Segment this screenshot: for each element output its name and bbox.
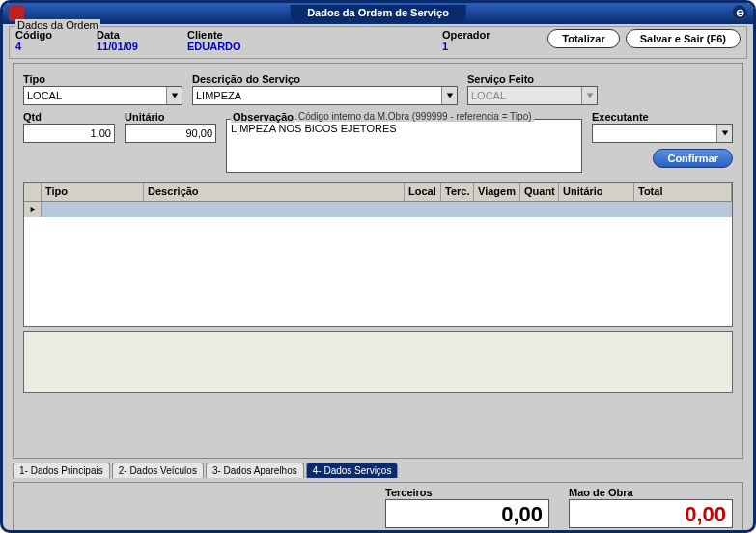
cliente-value: EDUARDO	[187, 41, 438, 52]
totalizar-button[interactable]: Totalizar	[547, 29, 619, 48]
tipo-label: Tipo	[23, 73, 182, 85]
terceiros-value: 0,00	[385, 499, 549, 528]
window: Dados da Ordem de Serviço ⊖ Dados da Ord…	[0, 0, 756, 533]
svg-marker-0	[171, 94, 177, 98]
tab-dados-servicos[interactable]: 4- Dados Serviços	[306, 463, 399, 478]
row-indicator-icon	[24, 202, 42, 217]
data-label: Data	[97, 29, 183, 41]
col-descricao[interactable]: Descrição	[144, 183, 405, 201]
col-terc[interactable]: Terc.	[441, 183, 474, 201]
col-tipo[interactable]: Tipo	[42, 183, 144, 201]
grid-row-content	[42, 202, 732, 217]
svg-marker-1	[446, 94, 452, 98]
chevron-down-icon	[441, 87, 457, 104]
tab-dados-principais[interactable]: 1- Dados Principais	[13, 463, 110, 478]
qtd-label: Qtd	[23, 111, 115, 123]
grid-body	[24, 202, 732, 325]
terceiros-label: Terceiros	[385, 487, 549, 498]
services-grid[interactable]: Tipo Descrição Local Terc. Viagem Quant …	[23, 182, 733, 327]
executante-label: Executante	[592, 111, 649, 123]
mao-de-obra-label: Mao de Obra	[569, 487, 733, 498]
servico-feito-label: Serviço Feito	[467, 73, 598, 85]
detail-pane	[23, 331, 733, 393]
col-quant[interactable]: Quant	[520, 183, 559, 201]
main-panel: Tipo LOCAL Descrição do Serviço LIMPEZA …	[13, 63, 743, 459]
grid-row-selected[interactable]	[24, 202, 732, 217]
descricao-label: Descrição do Serviço	[192, 73, 458, 85]
cliente-label: Cliente	[187, 29, 438, 41]
footer: Terceiros 0,00 Mao de Obra 0,00	[13, 482, 743, 533]
servico-feito-combo: LOCAL	[467, 86, 598, 105]
col-local[interactable]: Local	[405, 183, 441, 201]
tipo-combo[interactable]: LOCAL	[23, 86, 182, 105]
unitario-input[interactable]	[125, 124, 216, 143]
observacao-hint: Código interno da M.Obra (999999 - refer…	[296, 111, 534, 122]
tab-dados-aparelhos[interactable]: 3- Dados Aparelhos	[206, 463, 304, 478]
tab-dados-veiculos[interactable]: 2- Dados Veículos	[112, 463, 204, 478]
qtd-input[interactable]	[23, 124, 115, 143]
svg-marker-4	[30, 207, 35, 212]
executante-combo[interactable]	[592, 124, 733, 143]
observacao-box[interactable]: Observação Código interno da M.Obra (999…	[226, 119, 582, 173]
confirmar-button[interactable]: Confirmar	[653, 149, 733, 168]
titlebar: Dados da Ordem de Serviço ⊖	[3, 3, 753, 24]
grid-corner	[24, 183, 42, 201]
col-total[interactable]: Total	[634, 183, 732, 201]
descricao-value: LIMPEZA	[196, 90, 241, 101]
operador-value: 1	[442, 41, 529, 52]
descricao-combo[interactable]: LIMPEZA	[192, 86, 458, 105]
data-value: 11/01/09	[97, 41, 183, 52]
servico-feito-value: LOCAL	[471, 90, 506, 101]
grid-header: Tipo Descrição Local Terc. Viagem Quant …	[24, 183, 732, 202]
salvar-sair-button[interactable]: Salvar e Sair (F6)	[626, 29, 741, 48]
observacao-label: Observação	[231, 111, 295, 123]
maximize-button[interactable]: ⊖	[732, 5, 747, 20]
window-title: Dados da Ordem de Serviço	[290, 5, 466, 22]
header-legend: Dados da Ordem	[15, 19, 100, 31]
mao-de-obra-value: 0,00	[569, 499, 733, 528]
tipo-value: LOCAL	[27, 90, 62, 101]
chevron-down-icon	[581, 87, 597, 104]
unitario-label: Unitário	[125, 111, 216, 123]
svg-marker-2	[586, 94, 592, 98]
chevron-down-icon	[716, 125, 732, 142]
header-group: Dados da Ordem Código 4 Data 11/01/09 Cl…	[9, 26, 747, 59]
svg-marker-3	[721, 131, 727, 136]
codigo-value: 4	[15, 41, 93, 52]
tab-bar: 1- Dados Principais 2- Dados Veículos 3-…	[13, 463, 743, 478]
chevron-down-icon	[166, 87, 182, 104]
operador-label: Operador	[442, 29, 529, 41]
col-unitario[interactable]: Unitário	[559, 183, 634, 201]
col-viagem[interactable]: Viagem	[474, 183, 520, 201]
